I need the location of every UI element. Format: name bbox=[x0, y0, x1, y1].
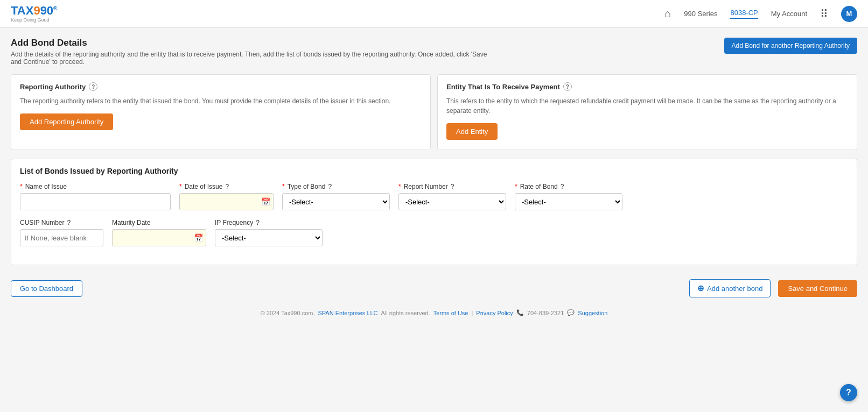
entity-help-icon[interactable]: ? bbox=[563, 82, 572, 91]
reporting-authority-description: The reporting authority refers to the en… bbox=[20, 96, 422, 106]
footer-terms-link[interactable]: Terms of Use bbox=[433, 310, 468, 316]
page-title-area: Add Bond Details Add the details of the … bbox=[11, 38, 495, 66]
footer-phone-icon: 📞 bbox=[516, 309, 524, 316]
reporting-authority-label: Reporting Authority bbox=[20, 83, 86, 91]
ip-frequency-label-text: IP Frequency bbox=[215, 219, 253, 226]
cusip-number-label: CUSIP Number ? bbox=[20, 219, 103, 226]
logo-990-orange: 9 bbox=[33, 4, 40, 17]
page-title: Add Bond Details bbox=[11, 38, 495, 48]
footer-suggestion-link[interactable]: Suggestion bbox=[578, 310, 607, 316]
plus-circle-icon: ⊕ bbox=[697, 283, 704, 293]
save-and-continue-button[interactable]: Save and Continue bbox=[778, 280, 857, 297]
bottom-bar: Go to Dashboard ⊕ Add another bond Save … bbox=[11, 276, 857, 301]
bonds-section: List of Bonds Issued by Reporting Author… bbox=[11, 159, 857, 265]
bond-form-row-2: CUSIP Number ? Maturity Date 📅 IP Freque… bbox=[20, 219, 848, 246]
logo-tagline: Keep Doing Good bbox=[11, 18, 57, 23]
report-required-star: * bbox=[398, 183, 401, 190]
home-icon[interactable]: ⌂ bbox=[664, 8, 671, 20]
name-of-issue-label: * Name of Issue bbox=[20, 183, 171, 190]
ip-frequency-label: IP Frequency ? bbox=[215, 219, 323, 226]
date-required-star: * bbox=[179, 183, 182, 190]
footer-sep-1: | bbox=[471, 310, 473, 316]
maturity-date-label-text: Maturity Date bbox=[112, 219, 150, 226]
reporting-authority-help-icon[interactable]: ? bbox=[89, 82, 97, 91]
cusip-help-icon[interactable]: ? bbox=[67, 219, 71, 226]
add-another-bond-label: Add another bond bbox=[707, 285, 762, 293]
apps-icon[interactable]: ⠿ bbox=[820, 8, 828, 20]
nav-8038cp[interactable]: 8038-CP bbox=[730, 9, 758, 19]
go-to-dashboard-button[interactable]: Go to Dashboard bbox=[11, 280, 82, 297]
rate-of-bond-help-icon[interactable]: ? bbox=[561, 183, 564, 190]
report-number-label-text: Report Number bbox=[404, 183, 448, 190]
header: TAX990® Keep Doing Good ⌂ 990 Series 803… bbox=[0, 0, 868, 28]
name-required-star: * bbox=[20, 183, 23, 190]
date-of-issue-label: * Date of Issue ? bbox=[179, 183, 274, 190]
rate-required-star: * bbox=[515, 183, 517, 190]
maturity-date-input[interactable] bbox=[112, 229, 206, 246]
add-bond-ra-button[interactable]: Add Bond for another Reporting Authority bbox=[724, 38, 857, 54]
footer-rights: All rights reserved. bbox=[381, 310, 430, 316]
name-of-issue-input[interactable] bbox=[20, 193, 171, 210]
type-of-bond-label: * Type of Bond ? bbox=[282, 183, 390, 190]
reporting-authority-panel: Reporting Authority ? The reporting auth… bbox=[11, 74, 431, 150]
page-header: Add Bond Details Add the details of the … bbox=[11, 38, 857, 66]
entity-description: This refers to the entity to which the r… bbox=[446, 96, 848, 116]
name-of-issue-label-text: Name of Issue bbox=[25, 183, 67, 190]
logo-reg: ® bbox=[53, 5, 57, 11]
ip-frequency-help-icon[interactable]: ? bbox=[256, 219, 260, 226]
rate-of-bond-label: * Rate of Bond ? bbox=[515, 183, 622, 190]
rate-of-bond-field: * Rate of Bond ? -Select- Fixed Rate Var… bbox=[515, 183, 622, 210]
page-description: Add the details of the reporting authori… bbox=[11, 51, 495, 66]
entity-panel-label: Entity That Is To Receive Payment bbox=[446, 83, 560, 91]
date-of-issue-field: * Date of Issue ? 📅 bbox=[179, 183, 274, 210]
logo-text: TAX990® bbox=[11, 4, 57, 17]
logo: TAX990® Keep Doing Good bbox=[11, 4, 57, 23]
cusip-number-input[interactable] bbox=[20, 229, 103, 246]
type-of-bond-select[interactable]: -Select- Tax-Exempt Bond Taxable Bond Ot… bbox=[282, 193, 390, 210]
date-of-issue-input[interactable] bbox=[179, 193, 274, 210]
add-entity-button[interactable]: Add Entity bbox=[446, 123, 498, 140]
help-bubble[interactable]: ? bbox=[840, 384, 857, 401]
main-content: Add Bond Details Add the details of the … bbox=[0, 28, 868, 412]
type-of-bond-field: * Type of Bond ? -Select- Tax-Exempt Bon… bbox=[282, 183, 390, 210]
ip-frequency-select[interactable]: -Select- Monthly Quarterly Semi-Annual A… bbox=[215, 229, 323, 246]
panels-row: Reporting Authority ? The reporting auth… bbox=[11, 74, 857, 150]
footer-phone: 704-839-2321 bbox=[527, 310, 564, 316]
footer-privacy-link[interactable]: Privacy Policy bbox=[476, 310, 513, 316]
ip-frequency-field: IP Frequency ? -Select- Monthly Quarterl… bbox=[215, 219, 323, 246]
cusip-number-label-text: CUSIP Number bbox=[20, 219, 64, 226]
avatar[interactable]: M bbox=[841, 6, 857, 22]
footer: © 2024 Tax990.com, SPAN Enterprises LLC … bbox=[11, 301, 857, 321]
date-of-issue-help-icon[interactable]: ? bbox=[225, 183, 229, 190]
add-another-bond-button[interactable]: ⊕ Add another bond bbox=[689, 279, 771, 297]
footer-span-link[interactable]: SPAN Enterprises LLC bbox=[318, 310, 378, 316]
date-of-issue-label-text: Date of Issue bbox=[185, 183, 223, 190]
report-number-help-icon[interactable]: ? bbox=[451, 183, 454, 190]
nav-990-series[interactable]: 990 Series bbox=[684, 10, 717, 18]
bond-form-row-1: * Name of Issue * Date of Issue ? 📅 bbox=[20, 183, 848, 210]
logo-990-blue: 90 bbox=[40, 4, 53, 17]
report-number-label: * Report Number ? bbox=[398, 183, 506, 190]
main-nav: ⌂ 990 Series 8038-CP My Account ⠿ M bbox=[664, 6, 857, 22]
maturity-date-field: Maturity Date 📅 bbox=[112, 219, 206, 246]
report-number-field: * Report Number ? -Select- 1 2 3 bbox=[398, 183, 506, 210]
footer-suggestion-icon: 💬 bbox=[567, 309, 575, 316]
bonds-section-title: List of Bonds Issued by Reporting Author… bbox=[20, 167, 848, 175]
maturity-date-label: Maturity Date bbox=[112, 219, 206, 226]
add-reporting-authority-button[interactable]: Add Reporting Authority bbox=[20, 113, 113, 130]
date-of-issue-wrapper: 📅 bbox=[179, 193, 274, 210]
rate-of-bond-label-text: Rate of Bond bbox=[520, 183, 558, 190]
maturity-date-wrapper: 📅 bbox=[112, 229, 206, 246]
reporting-authority-title: Reporting Authority ? bbox=[20, 82, 422, 91]
cusip-number-field: CUSIP Number ? bbox=[20, 219, 103, 246]
type-of-bond-help-icon[interactable]: ? bbox=[328, 183, 332, 190]
report-number-select[interactable]: -Select- 1 2 3 bbox=[398, 193, 506, 210]
entity-panel: Entity That Is To Receive Payment ? This… bbox=[437, 74, 857, 150]
right-buttons: ⊕ Add another bond Save and Continue bbox=[689, 279, 857, 297]
type-of-bond-label-text: Type of Bond bbox=[288, 183, 326, 190]
name-of-issue-field: * Name of Issue bbox=[20, 183, 171, 210]
type-required-star: * bbox=[282, 183, 285, 190]
rate-of-bond-select[interactable]: -Select- Fixed Rate Variable Rate bbox=[515, 193, 622, 210]
nav-my-account[interactable]: My Account bbox=[771, 10, 807, 18]
footer-copyright: © 2024 Tax990.com, bbox=[261, 310, 315, 316]
